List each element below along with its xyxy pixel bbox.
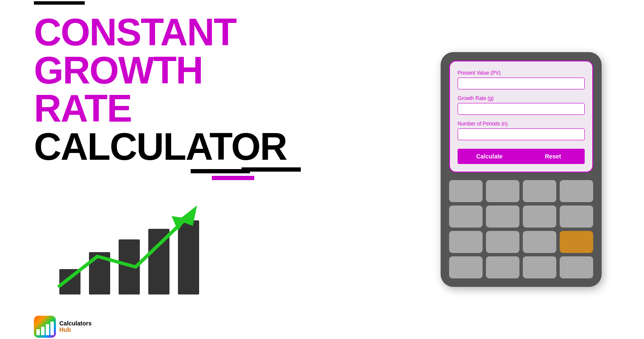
key-13[interactable] (449, 256, 483, 278)
title-line-2: GROWTH RATE (34, 51, 288, 128)
key-16[interactable] (560, 256, 593, 278)
key-11[interactable] (523, 231, 556, 253)
calc-screen: Present Value (PV) Growth Rate (g) Numbe… (449, 61, 593, 172)
key-1[interactable] (449, 180, 483, 202)
growth-arrow-svg (47, 197, 208, 307)
right-section: Present Value (PV) Growth Rate (g) Numbe… (432, 52, 610, 287)
growth-rate-input[interactable] (458, 103, 585, 115)
periods-label: Number of Periods (n) (458, 121, 585, 127)
keypad (449, 180, 593, 278)
key-orange[interactable] (560, 231, 593, 253)
left-section: CONSTANT GROWTH RATE CALCULATOR (34, 1, 288, 338)
title-line-1: CONSTANT (34, 13, 288, 51)
logo-bar-1 (36, 329, 40, 335)
bottom-purple-bar (212, 176, 254, 180)
top-decorative-bar (34, 1, 85, 5)
logo-icon (34, 316, 56, 338)
key-15[interactable] (523, 256, 556, 278)
button-row: Calculate Reset (458, 149, 585, 164)
calculate-button[interactable]: Calculate (458, 149, 521, 164)
periods-input[interactable] (458, 128, 585, 140)
calculator: Present Value (PV) Growth Rate (g) Numbe… (441, 52, 602, 287)
growth-rate-label: Growth Rate (g) (458, 95, 585, 101)
key-3[interactable] (523, 180, 556, 202)
key-6[interactable] (486, 206, 519, 228)
key-10[interactable] (486, 231, 519, 253)
bar-5 (178, 220, 199, 295)
key-9[interactable] (449, 231, 483, 253)
bottom-black-bar (191, 169, 250, 173)
key-8[interactable] (560, 206, 593, 228)
logo-bar-2 (41, 327, 44, 335)
key-4[interactable] (560, 180, 593, 202)
logo-area: Calculators Hub (34, 316, 288, 338)
logo-text: Calculators Hub (59, 320, 92, 333)
pv-label: Present Value (PV) (458, 70, 585, 76)
logo-bar-3 (46, 324, 49, 335)
chart-area (47, 197, 208, 307)
logo-line1: Calculators (59, 320, 92, 327)
title-line-3: CALCULATOR (34, 128, 288, 166)
logo-line2: Hub (59, 327, 92, 333)
pv-input[interactable] (458, 78, 585, 89)
logo-bar-4 (50, 322, 54, 335)
key-5[interactable] (449, 206, 483, 228)
reset-button[interactable]: Reset (521, 149, 585, 164)
key-2[interactable] (486, 180, 519, 202)
key-7[interactable] (523, 206, 556, 228)
key-14[interactable] (486, 256, 519, 278)
